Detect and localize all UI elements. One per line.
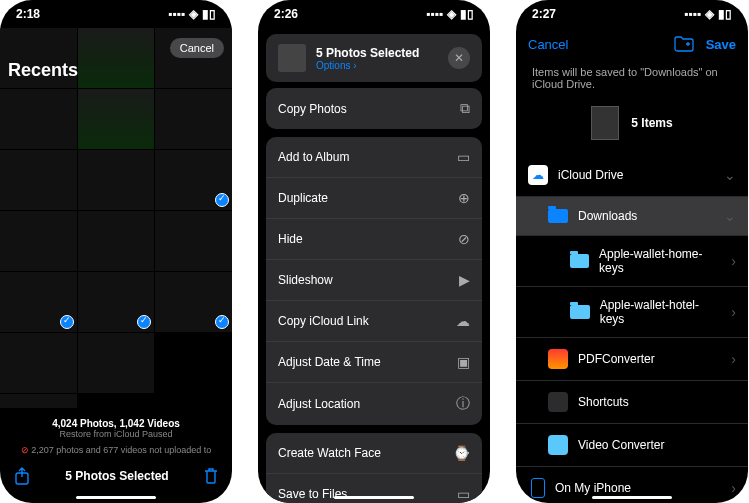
new-folder-icon[interactable] (674, 36, 694, 52)
photo-thumb[interactable] (78, 211, 155, 271)
photo-thumb[interactable] (78, 272, 155, 332)
cancel-button[interactable]: Cancel (528, 37, 568, 52)
location-downloads[interactable]: Downloads ⌄ (516, 197, 748, 236)
watch-icon: ⌚ (453, 445, 470, 461)
copy-photos-action[interactable]: Copy Photos⧉ (266, 88, 482, 129)
close-button[interactable]: ✕ (448, 47, 470, 69)
app-icon (548, 392, 568, 412)
photo-thumb[interactable] (155, 150, 232, 210)
folder-icon (570, 305, 590, 319)
copy-icon: ⧉ (460, 100, 470, 117)
home-indicator[interactable] (76, 496, 156, 499)
photo-thumb[interactable] (0, 89, 77, 149)
notch (76, 0, 156, 18)
location-wallet-hotel[interactable]: Apple-wallet-hotel-keys › (516, 287, 748, 338)
share-title: 5 Photos Selected (316, 46, 438, 60)
photo-thumb[interactable] (0, 211, 77, 271)
home-indicator[interactable] (592, 496, 672, 499)
app-icon (548, 349, 568, 369)
photo-thumb[interactable] (78, 150, 155, 210)
notch (334, 0, 414, 18)
notch (592, 0, 672, 18)
selected-check-icon (215, 315, 229, 329)
selection-count: 5 Photos Selected (65, 469, 168, 483)
trash-icon[interactable] (204, 468, 218, 484)
iphone-icon (531, 478, 545, 498)
restore-status: Restore from iCloud Paused (4, 429, 228, 439)
photo-thumb[interactable] (0, 394, 77, 408)
copy-icloud-action[interactable]: Copy iCloud Link☁ (266, 301, 482, 342)
location-wallet-home[interactable]: Apple-wallet-home-keys › (516, 236, 748, 287)
battery-icon: ▮▯ (202, 7, 216, 21)
cancel-button[interactable]: Cancel (170, 38, 224, 58)
selected-check-icon (60, 315, 74, 329)
share-header: 5 Photos Selected Options › ✕ (266, 34, 482, 82)
signal-icon: ▪▪▪▪ (426, 7, 443, 21)
phone-photos-select: 2:18 ▪▪▪▪ ◈ ▮▯ Recents Cancel (0, 0, 232, 503)
calendar-icon: ▣ (457, 354, 470, 370)
adjust-location-action[interactable]: Adjust Locationⓘ (266, 383, 482, 425)
wifi-icon: ◈ (189, 7, 198, 21)
album-title: Recents (8, 60, 78, 81)
document-stack-icon (591, 106, 619, 140)
photo-thumb[interactable] (155, 272, 232, 332)
selected-check-icon (215, 193, 229, 207)
location-list: ☁ iCloud Drive ⌄ Downloads ⌄ Apple-walle… (516, 154, 748, 503)
battery-icon: ▮▯ (718, 7, 732, 21)
status-indicators: ▪▪▪▪ ◈ ▮▯ (168, 7, 216, 21)
home-indicator[interactable] (334, 496, 414, 499)
chevron-right-icon: › (731, 304, 736, 320)
location-pdfconverter[interactable]: PDFConverter › (516, 338, 748, 381)
hide-action[interactable]: Hide⊘ (266, 219, 482, 260)
location-video-converter[interactable]: Video Converter (516, 424, 748, 467)
items-summary: 5 Items (516, 96, 748, 154)
wifi-icon: ◈ (705, 7, 714, 21)
status-indicators: ▪▪▪▪ ◈ ▮▯ (684, 7, 732, 21)
photo-grid[interactable] (0, 28, 232, 408)
photo-thumb[interactable] (155, 211, 232, 271)
location-icloud[interactable]: ☁ iCloud Drive ⌄ (516, 154, 748, 197)
slideshow-action[interactable]: Slideshow▶ (266, 260, 482, 301)
status-time: 2:26 (274, 7, 298, 21)
photo-thumb (78, 394, 155, 408)
signal-icon: ▪▪▪▪ (168, 7, 185, 21)
location-shortcuts[interactable]: Shortcuts (516, 381, 748, 424)
folder-icon: ▭ (457, 486, 470, 502)
photo-thumb (155, 394, 232, 408)
items-count: 5 Items (631, 116, 672, 130)
library-count: 4,024 Photos, 1,042 Videos (4, 418, 228, 429)
save-button[interactable]: Save (706, 37, 736, 52)
selected-check-icon (137, 315, 151, 329)
hide-icon: ⊘ (458, 231, 470, 247)
add-to-album-action[interactable]: Add to Album▭ (266, 137, 482, 178)
share-icon[interactable] (14, 467, 30, 485)
photo-thumb (155, 333, 232, 393)
photo-thumb[interactable] (155, 89, 232, 149)
phone-share-sheet: 2:26 ▪▪▪▪ ◈ ▮▯ 5 Photos Selected Options… (258, 0, 490, 503)
app-icon (548, 435, 568, 455)
photo-thumb[interactable] (78, 333, 155, 393)
save-destination-info: Items will be saved to "Downloads" on iC… (516, 60, 748, 96)
play-icon: ▶ (459, 272, 470, 288)
wifi-icon: ◈ (447, 7, 456, 21)
duplicate-icon: ⊕ (458, 190, 470, 206)
folder-icon (548, 209, 568, 223)
chevron-right-icon: › (731, 253, 736, 269)
cloud-icon: ☁ (456, 313, 470, 329)
photo-thumb[interactable] (0, 272, 77, 332)
watch-face-action[interactable]: Create Watch Face⌚ (266, 433, 482, 474)
folder-icon (570, 254, 589, 268)
chevron-right-icon: › (731, 351, 736, 367)
adjust-date-action[interactable]: Adjust Date & Time▣ (266, 342, 482, 383)
battery-icon: ▮▯ (460, 7, 474, 21)
album-icon: ▭ (457, 149, 470, 165)
photo-thumb[interactable] (78, 89, 155, 149)
location-icon: ⓘ (456, 395, 470, 413)
signal-icon: ▪▪▪▪ (684, 7, 701, 21)
status-indicators: ▪▪▪▪ ◈ ▮▯ (426, 7, 474, 21)
photo-stack-icon (278, 44, 306, 72)
duplicate-action[interactable]: Duplicate⊕ (266, 178, 482, 219)
photo-thumb[interactable] (0, 333, 77, 393)
photo-thumb[interactable] (0, 150, 77, 210)
options-button[interactable]: Options › (316, 60, 438, 71)
